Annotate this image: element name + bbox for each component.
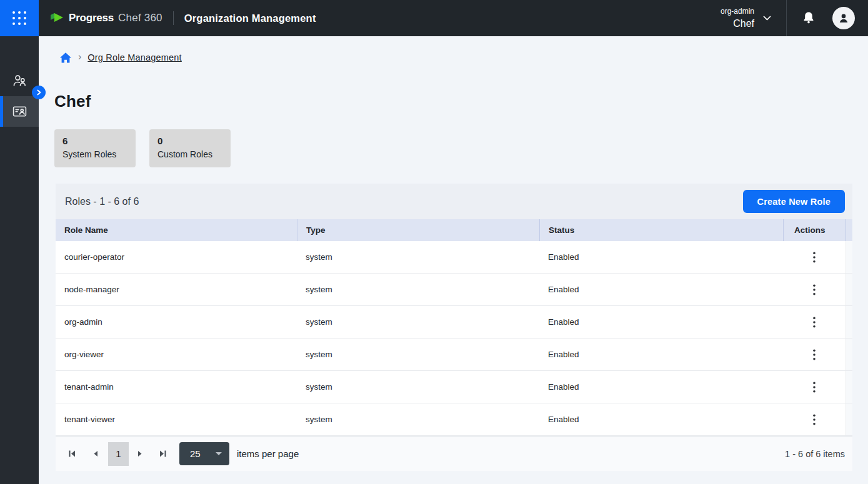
table-summary: Roles - 1 - 6 of 6 bbox=[65, 196, 139, 207]
row-actions-kebab-button[interactable] bbox=[805, 280, 824, 299]
page-number-button[interactable]: 1 bbox=[108, 442, 129, 466]
cell-actions bbox=[783, 274, 846, 305]
items-per-page-label: items per page bbox=[237, 448, 299, 459]
cell-role-name: courier-operator bbox=[56, 241, 297, 273]
cell-actions bbox=[783, 306, 846, 338]
org-switcher[interactable]: org-admin Chef bbox=[721, 7, 771, 29]
row-actions-kebab-button[interactable] bbox=[805, 248, 824, 267]
stat-value: 6 bbox=[62, 136, 127, 147]
org-role-label: org-admin bbox=[721, 7, 754, 16]
stats-row: 6 System Roles 0 Custom Roles bbox=[54, 129, 868, 167]
person-icon bbox=[837, 11, 851, 25]
column-header-type: Type bbox=[297, 219, 539, 241]
notifications-button[interactable] bbox=[801, 11, 816, 26]
first-page-icon bbox=[67, 450, 76, 458]
cell-type: system bbox=[297, 338, 539, 370]
users-icon bbox=[11, 72, 28, 89]
breadcrumb: › Org Role Management bbox=[59, 51, 868, 64]
stat-card-system-roles: 6 System Roles bbox=[54, 129, 136, 167]
cell-role-name: tenant-viewer bbox=[56, 403, 297, 435]
column-header-actions: Actions bbox=[783, 219, 846, 241]
last-page-button[interactable] bbox=[156, 447, 171, 462]
user-avatar-button[interactable] bbox=[832, 7, 855, 29]
cell-type: system bbox=[297, 274, 539, 305]
cell-actions bbox=[783, 241, 846, 273]
table-row: courier-operator system Enabled bbox=[56, 241, 852, 274]
chevron-down-icon bbox=[763, 16, 771, 21]
items-per-page-dropdown[interactable]: 25 bbox=[179, 442, 229, 465]
bell-icon bbox=[801, 11, 816, 26]
dropdown-caret-icon bbox=[216, 452, 222, 455]
table-row: tenant-viewer system Enabled bbox=[56, 403, 852, 436]
role-badge-icon bbox=[11, 103, 28, 120]
table-body: courier-operator system Enabled node-man… bbox=[56, 241, 852, 436]
cell-role-name: tenant-admin bbox=[56, 371, 297, 403]
cell-type: system bbox=[297, 241, 539, 273]
stat-card-custom-roles: 0 Custom Roles bbox=[149, 129, 231, 167]
table-row: tenant-admin system Enabled bbox=[56, 371, 852, 403]
first-page-button[interactable] bbox=[64, 447, 79, 462]
header-divider bbox=[173, 11, 174, 25]
cell-status: Enabled bbox=[539, 403, 783, 435]
kebab-menu-icon bbox=[813, 317, 816, 328]
kebab-menu-icon bbox=[813, 414, 816, 425]
cell-actions bbox=[783, 371, 846, 403]
last-page-icon bbox=[159, 450, 167, 458]
row-actions-kebab-button[interactable] bbox=[805, 345, 824, 364]
cell-status: Enabled bbox=[539, 306, 783, 338]
main-content: › Org Role Management Chef 6 System Role… bbox=[39, 36, 868, 484]
breadcrumb-link-org-role-management[interactable]: Org Role Management bbox=[87, 52, 182, 62]
cell-type: system bbox=[297, 403, 539, 435]
org-name-label: Chef bbox=[733, 18, 754, 29]
column-header-role-name: Role Name bbox=[56, 219, 297, 241]
row-actions-kebab-button[interactable] bbox=[805, 313, 824, 332]
kebab-menu-icon bbox=[813, 382, 816, 393]
cell-type: system bbox=[297, 306, 539, 338]
progress-logo-icon bbox=[49, 12, 64, 25]
table-scroll-gutter bbox=[846, 219, 852, 241]
create-new-role-button[interactable]: Create New Role bbox=[743, 190, 845, 213]
kebab-menu-icon bbox=[813, 349, 816, 360]
cell-status: Enabled bbox=[539, 274, 783, 305]
cell-role-name: node-manager bbox=[56, 274, 297, 305]
brand-chef360-text: Chef 360 bbox=[118, 12, 162, 24]
next-page-button[interactable] bbox=[132, 447, 147, 462]
top-header: Progress Chef 360 Organization Managemen… bbox=[0, 0, 868, 36]
roles-table-card: Roles - 1 - 6 of 6 Create New Role Role … bbox=[56, 184, 852, 471]
kebab-menu-icon bbox=[813, 284, 816, 295]
home-icon bbox=[59, 52, 72, 64]
pagination-range-label: 1 - 6 of 6 items bbox=[785, 449, 845, 459]
waffle-grid-icon bbox=[12, 11, 26, 25]
chevron-right-icon bbox=[35, 89, 42, 96]
cell-role-name: org-viewer bbox=[56, 338, 297, 370]
cell-role-name: org-admin bbox=[56, 306, 297, 338]
stat-label: Custom Roles bbox=[157, 149, 222, 159]
stat-label: System Roles bbox=[62, 149, 127, 159]
cell-actions bbox=[783, 338, 846, 370]
app-launcher-button[interactable] bbox=[0, 0, 39, 36]
table-header-row: Role Name Type Status Actions bbox=[56, 219, 852, 241]
column-header-status: Status bbox=[539, 219, 783, 241]
next-page-icon bbox=[137, 450, 143, 457]
sidebar-item-roles[interactable] bbox=[0, 96, 39, 127]
cell-actions bbox=[783, 403, 846, 435]
table-card-header: Roles - 1 - 6 of 6 Create New Role bbox=[56, 184, 852, 219]
brand-progress-text: Progress bbox=[69, 12, 114, 24]
previous-page-icon bbox=[92, 450, 99, 457]
stat-value: 0 bbox=[157, 136, 222, 147]
pagination-bar: 1 25 items per page 1 - 6 of 6 items bbox=[56, 436, 852, 471]
row-actions-kebab-button[interactable] bbox=[805, 410, 824, 429]
table-row: org-admin system Enabled bbox=[56, 306, 852, 338]
sidebar-expand-button[interactable] bbox=[32, 86, 46, 99]
breadcrumb-home-link[interactable] bbox=[59, 52, 72, 64]
cell-status: Enabled bbox=[539, 338, 783, 370]
cell-status: Enabled bbox=[539, 371, 783, 403]
cell-status: Enabled bbox=[539, 241, 783, 273]
table-row: org-viewer system Enabled bbox=[56, 338, 852, 371]
page-title: Chef bbox=[54, 92, 868, 111]
app-title: Organization Management bbox=[184, 12, 316, 24]
previous-page-button[interactable] bbox=[88, 447, 103, 462]
kebab-menu-icon bbox=[813, 252, 816, 263]
row-actions-kebab-button[interactable] bbox=[805, 378, 824, 397]
breadcrumb-separator: › bbox=[78, 52, 81, 63]
